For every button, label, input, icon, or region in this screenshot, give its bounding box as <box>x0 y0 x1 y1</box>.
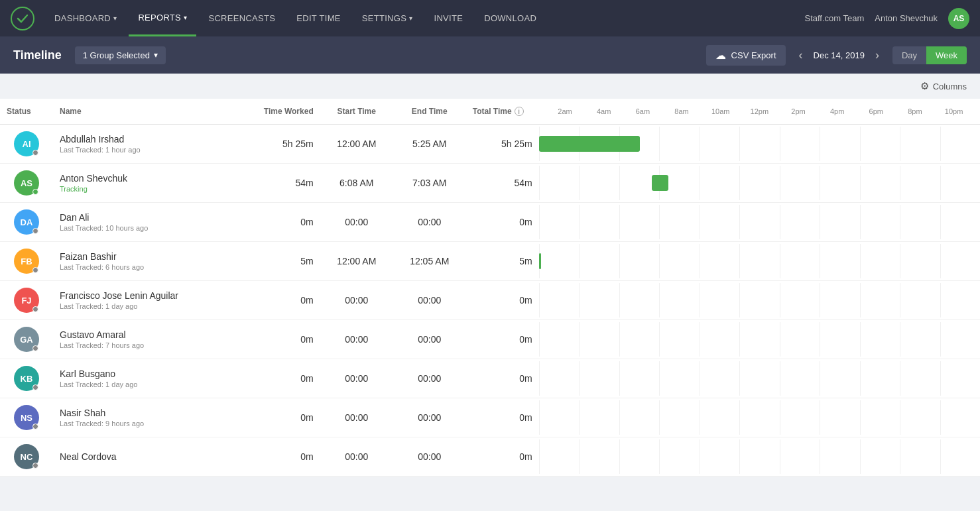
status-dot <box>32 345 38 351</box>
timeline-cell <box>539 398 980 437</box>
time-worked-cell: 54m <box>247 164 320 203</box>
th-name: Name <box>53 99 247 125</box>
th-start-time: Start Time <box>320 99 393 125</box>
user-name-label: Abdullah Irshad <box>60 134 241 144</box>
status-cell: FJ <box>0 281 53 320</box>
name-cell: Karl BusganoLast Tracked: 1 day ago <box>53 359 247 398</box>
user-sub-label: Last Tracked: 1 day ago <box>60 380 241 388</box>
columns-row: ⚙ Columns <box>0 74 980 99</box>
navbar: DASHBOARD ▾ REPORTS ▾ SCREENCASTS EDIT T… <box>0 0 980 36</box>
total-time-cell: 0m <box>466 398 539 437</box>
user-name-label: Francisco Jose Lenin Aguilar <box>60 290 241 301</box>
table-row: DADan AliLast Tracked: 10 hours ago0m00:… <box>0 203 980 242</box>
time-worked-cell: 0m <box>247 359 320 398</box>
start-time-cell: 12:00 AM <box>320 242 393 281</box>
total-time-cell: 0m <box>466 437 539 477</box>
hour-2pm: 2pm <box>779 107 818 115</box>
th-time-worked: Time Worked <box>247 99 320 125</box>
nav-invite[interactable]: INVITE <box>424 0 472 36</box>
status-cell: GA <box>0 320 53 359</box>
nav-download[interactable]: DOWNLOAD <box>475 0 546 36</box>
end-time-cell: 00:00 <box>393 320 466 359</box>
end-time-cell: 00:00 <box>393 359 466 398</box>
status-cell: NC <box>0 437 53 477</box>
table-wrapper: Status Name Time Worked Start Time End T… <box>0 99 980 477</box>
timeline-bar-area <box>539 205 980 239</box>
timeline-cell <box>539 281 980 320</box>
user-sub-label: Last Tracked: 1 day ago <box>60 302 241 310</box>
end-time-cell: 00:00 <box>393 437 466 477</box>
next-date-button[interactable]: › <box>870 46 885 65</box>
total-time-cell: 5m <box>466 242 539 281</box>
columns-button[interactable]: ⚙ Columns <box>920 80 967 92</box>
avatar[interactable]: AS <box>948 8 969 29</box>
table-row: NCNeal Cordova0m00:0000:000m <box>0 437 980 477</box>
name-cell: Faizan BashirLast Tracked: 6 hours ago <box>53 242 247 281</box>
timeline-bar-area <box>539 127 980 161</box>
name-cell: Gustavo AmaralLast Tracked: 7 hours ago <box>53 320 247 359</box>
avatar: FB <box>14 249 39 274</box>
name-cell: Francisco Jose Lenin AguilarLast Tracked… <box>53 281 247 320</box>
th-timeline: 2am 4am 6am 8am 10am 12pm 2pm 4pm 6pm 8p… <box>539 99 980 125</box>
timeline-bar-area <box>539 439 980 474</box>
user-sub-label: Last Tracked: 10 hours ago <box>60 224 241 232</box>
user-sub-label: Tracking <box>60 185 241 193</box>
nav-edit-time[interactable]: EDIT TIME <box>287 0 350 36</box>
team-name: Staff.com Team <box>804 13 864 23</box>
table-header-row: Status Name Time Worked Start Time End T… <box>0 99 980 125</box>
week-view-button[interactable]: Week <box>926 46 967 64</box>
group-label: 1 Group Selected <box>83 50 150 60</box>
hour-2am: 2am <box>546 107 585 115</box>
table-row: AIAbdullah IrshadLast Tracked: 1 hour ag… <box>0 125 980 164</box>
timeline-bar <box>652 175 668 191</box>
nav-reports[interactable]: REPORTS ▾ <box>129 0 196 36</box>
nav-right: Staff.com Team Anton Shevchuk AS <box>804 8 969 29</box>
avatar: NS <box>14 405 39 430</box>
nav-settings[interactable]: SETTINGS ▾ <box>353 0 422 36</box>
hour-6pm: 6pm <box>857 107 896 115</box>
app-logo[interactable] <box>11 7 34 30</box>
start-time-cell: 00:00 <box>320 320 393 359</box>
total-time-cell: 0m <box>466 359 539 398</box>
status-dot <box>32 306 38 312</box>
end-time-cell: 00:00 <box>393 281 466 320</box>
table-row: FBFaizan BashirLast Tracked: 6 hours ago… <box>0 242 980 281</box>
chevron-down-icon: ▾ <box>154 50 158 60</box>
time-worked-cell: 0m <box>247 437 320 477</box>
start-time-cell: 6:08 AM <box>320 164 393 203</box>
hour-6am: 6am <box>623 107 662 115</box>
end-time-cell: 12:05 AM <box>393 242 466 281</box>
csv-export-button[interactable]: ☁ CSV Export <box>706 45 786 66</box>
view-toggle: Day Week <box>892 46 967 64</box>
time-worked-cell: 5h 25m <box>247 125 320 164</box>
total-time-cell: 0m <box>466 281 539 320</box>
nav-dashboard[interactable]: DASHBOARD ▾ <box>45 0 126 36</box>
avatar: DA <box>14 209 39 235</box>
table-row: ASAnton ShevchukTracking54m6:08 AM7:03 A… <box>0 164 980 203</box>
th-end-time: End Time <box>393 99 466 125</box>
chevron-down-icon: ▾ <box>113 15 117 22</box>
hour-8pm: 8pm <box>896 107 935 115</box>
user-sub-label: Last Tracked: 7 hours ago <box>60 341 241 349</box>
timeline-bar <box>539 253 541 269</box>
status-dot <box>32 424 38 429</box>
name-cell: Dan AliLast Tracked: 10 hours ago <box>53 203 247 242</box>
table-row: GAGustavo AmaralLast Tracked: 7 hours ag… <box>0 320 980 359</box>
status-dot <box>32 384 38 390</box>
user-sub-label: Last Tracked: 1 hour ago <box>60 146 241 154</box>
hour-8am: 8am <box>662 107 702 115</box>
nav-screencasts[interactable]: SCREENCASTS <box>199 0 284 36</box>
name-cell: Nasir ShahLast Tracked: 9 hours ago <box>53 398 247 437</box>
timeline-cell <box>539 164 980 203</box>
prev-date-button[interactable]: ‹ <box>794 46 808 65</box>
total-time-cell: 5h 25m <box>466 125 539 164</box>
end-time-cell: 7:03 AM <box>393 164 466 203</box>
day-view-button[interactable]: Day <box>892 46 926 64</box>
start-time-cell: 12:00 AM <box>320 125 393 164</box>
time-worked-cell: 0m <box>247 320 320 359</box>
name-cell: Abdullah IrshadLast Tracked: 1 hour ago <box>53 125 247 164</box>
status-cell: AI <box>0 125 53 164</box>
hour-10am: 10am <box>701 107 740 115</box>
status-cell: DA <box>0 203 53 242</box>
group-selector[interactable]: 1 Group Selected ▾ <box>75 46 166 64</box>
